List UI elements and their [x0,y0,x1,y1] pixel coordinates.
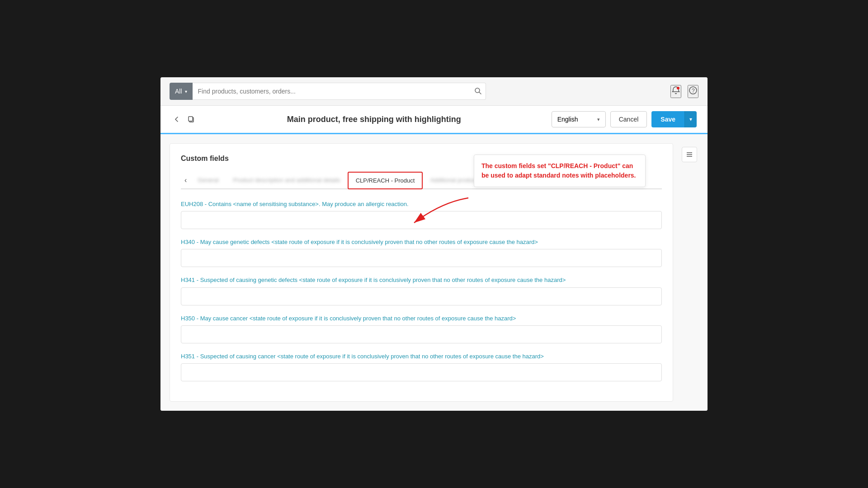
all-dropdown[interactable]: All ▾ [170,83,193,100]
content-area: Custom fields The custom fields set "CLP… [160,134,708,411]
search-area: All ▾ [170,83,486,100]
bell-icon-btn[interactable] [670,85,681,98]
tab-prev-btn[interactable]: ‹ [181,174,190,186]
save-button[interactable]: Save [651,111,684,127]
save-dropdown-chevron: ▾ [689,116,692,122]
field-label-h341: H341 - Suspected of causing genetic defe… [181,276,662,284]
lang-chevron: ▾ [597,117,600,122]
svg-rect-6 [189,117,193,121]
copy-button[interactable] [186,114,197,125]
search-icon [474,87,481,94]
svg-text:?: ? [692,88,695,94]
field-group-h351: H351 - Suspected of causing cancer <stat… [181,352,662,390]
back-icon [173,116,180,123]
tooltip-box: The custom fields set "CLP/REACH - Produ… [474,155,646,187]
search-icon-btn[interactable] [474,87,481,96]
bell-icon [671,86,680,95]
tab-general[interactable]: General [190,172,226,189]
language-label: English [557,116,578,123]
field-group-h340: H340 - May cause genetic defects <state … [181,238,662,276]
field-group-euh208: EUH208 - Contains <name of sensitising s… [181,200,662,238]
language-dropdown[interactable]: English ▾ [552,111,606,127]
field-label-h350: H350 - May cause cancer <state route of … [181,314,662,323]
dropdown-chevron: ▾ [185,89,187,94]
copy-icon [188,116,195,123]
top-bar-actions: ? [670,85,698,98]
tab-description[interactable]: Product description and additional detai… [226,172,348,189]
header-bar: Main product, free shipping with highlig… [160,106,708,134]
main-window: All ▾ [160,77,708,411]
nav-actions [171,114,197,125]
hamburger-icon [686,151,693,158]
save-btn-group: Save ▾ [651,111,697,127]
main-content: Custom fields The custom fields set "CLP… [170,143,673,402]
field-label-euh208: EUH208 - Contains <name of sensitising s… [181,200,662,208]
search-input[interactable] [193,83,486,100]
field-input-h340[interactable] [181,249,662,267]
field-input-h351[interactable] [181,363,662,381]
field-input-h350[interactable] [181,325,662,343]
field-group-h341: H341 - Suspected of causing genetic defe… [181,276,662,314]
field-label-h351: H351 - Suspected of causing cancer <stat… [181,352,662,361]
sidebar-menu-btn[interactable] [682,147,697,162]
field-group-h350: H350 - May cause cancer <state route of … [181,314,662,352]
header-controls: English ▾ Cancel Save ▾ [552,111,697,127]
search-wrapper [193,83,486,100]
help-icon: ? [689,86,698,95]
help-icon-btn[interactable]: ? [688,85,698,98]
svg-line-1 [479,92,481,94]
field-label-h340: H340 - May cause genetic defects <state … [181,238,662,246]
field-input-h341[interactable] [181,287,662,305]
save-dropdown-btn[interactable]: ▾ [684,111,697,127]
back-button[interactable] [171,114,182,125]
page-title: Main product, free shipping with highlig… [204,115,544,124]
svg-point-2 [677,87,679,89]
tab-clp[interactable]: CLP/REACH - Product [348,172,423,189]
sidebar-right [680,143,698,402]
all-label: All [175,88,182,95]
cancel-button[interactable]: Cancel [610,111,647,127]
tooltip-text: The custom fields set "CLP/REACH - Produ… [481,161,638,180]
field-input-euh208[interactable] [181,211,662,229]
top-bar: All ▾ [160,77,708,106]
